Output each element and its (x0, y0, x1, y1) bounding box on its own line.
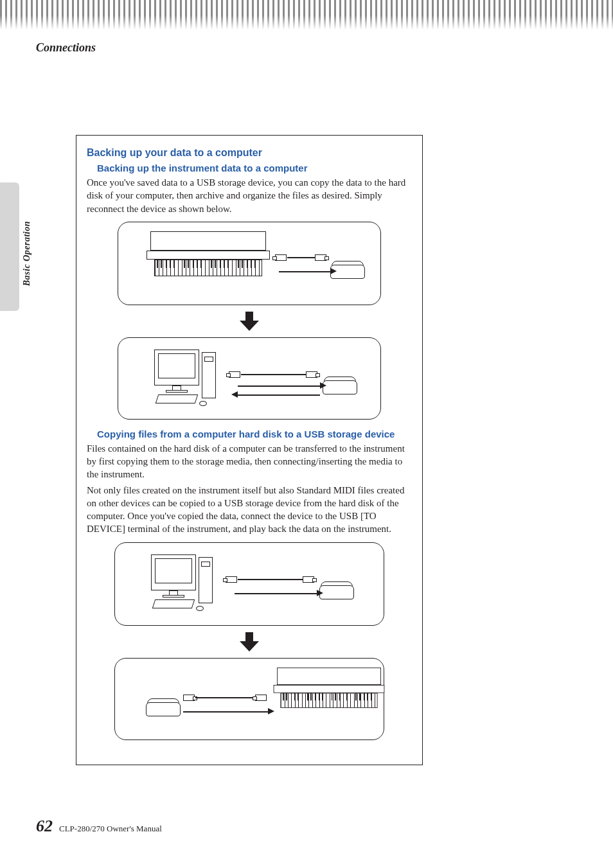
diagram-backup-to-computer (118, 222, 381, 420)
usb-cable-icon (238, 579, 303, 580)
instrument-icon (150, 231, 266, 289)
diagram-copy-from-computer (114, 542, 384, 740)
paragraph-section-b-2: Not only files created on the instrument… (87, 484, 412, 536)
computer-icon (151, 554, 228, 612)
instrument-icon (277, 668, 381, 720)
computer-icon (154, 350, 231, 407)
diagram-panel-computer-to-usb (114, 542, 384, 626)
paragraph-section-b-1: Files contained on the hard disk of a co… (87, 442, 412, 481)
arrow-left-icon (231, 391, 238, 398)
usb-cable-icon (195, 697, 256, 698)
arrow-down-icon (240, 312, 259, 331)
arrow-right-icon (320, 382, 326, 389)
usb-storage-icon (319, 580, 354, 599)
usb-cable-icon (287, 257, 315, 258)
page-number: 62 (36, 817, 53, 836)
page-footer: 62 CLP-280/270 Owner's Manual (36, 817, 162, 836)
heading-section-b: Copying files from a computer hard disk … (97, 429, 412, 439)
usb-plug-b-icon (315, 254, 326, 261)
usb-storage-icon (323, 375, 357, 394)
data-flow-line (235, 593, 317, 594)
usb-storage-icon (146, 697, 181, 716)
diagram-panel-usb-to-instrument (114, 658, 384, 740)
arrow-right-icon (317, 590, 323, 596)
usb-cable-icon (241, 374, 306, 375)
diagram-panel-usb-to-computer (118, 337, 381, 420)
side-thumb-tab (0, 182, 19, 311)
manual-title: CLP-280/270 Owner's Manual (59, 824, 162, 834)
data-flow-line (279, 271, 330, 272)
main-content-box: Backing up your data to a computer Backi… (76, 135, 423, 765)
diagram-panel-instrument-to-usb (118, 222, 381, 305)
data-flow-line (183, 711, 268, 713)
heading-section-a: Backing up the instrument data to a comp… (97, 163, 412, 173)
side-thumb-tab-label: Basic Operation (22, 221, 32, 286)
running-header: Connections (36, 41, 96, 55)
usb-plug-b-icon (183, 695, 195, 701)
arrow-right-icon (268, 708, 274, 714)
paragraph-section-a: Once you've saved data to a USB storage … (87, 176, 412, 215)
usb-plug-b-icon (303, 576, 314, 583)
usb-plug-b-icon (306, 371, 317, 378)
usb-plug-a-icon (255, 695, 267, 701)
data-flow-line (238, 385, 320, 387)
data-flow-line (238, 394, 320, 396)
usb-plug-a-icon (229, 371, 240, 378)
heading-level-1: Backing up your data to a computer (87, 147, 412, 159)
usb-plug-a-icon (226, 576, 237, 583)
arrow-down-icon (240, 632, 259, 651)
usb-plug-a-icon (275, 254, 287, 261)
arrow-right-icon (330, 268, 337, 274)
page: Connections Basic Operation Backing up y… (0, 0, 613, 868)
page-top-hatch-decoration (0, 0, 613, 30)
